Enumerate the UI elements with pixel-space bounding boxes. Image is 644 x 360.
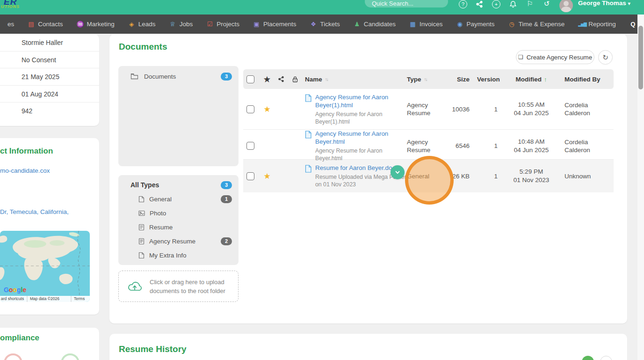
type-filter-photo[interactable]: Photo — [118, 206, 239, 220]
invoices-icon: ▦ — [409, 21, 416, 28]
column-header-name[interactable]: Name↑↓ — [302, 76, 407, 83]
table-row[interactable]: ★ Resume for Aaron Beyer.docx Resume Upl… — [243, 160, 614, 192]
notifications-bell-icon[interactable] — [509, 0, 517, 8]
documents-card: Documents ❏ Create Agency Resume ↻ Docum… — [109, 34, 627, 323]
add-icon[interactable]: + — [492, 0, 500, 8]
documents-heading: Documents — [119, 42, 167, 52]
nav-item-tickets[interactable]: ❖Tickets — [310, 21, 340, 28]
nav-item-companies-partial[interactable]: es — [0, 21, 14, 28]
document-size: 26 KB — [451, 173, 472, 180]
clock-icon: ◷ — [508, 21, 515, 28]
map-attribution: Map data ©2026 — [30, 296, 59, 301]
type-filter-agency-resume[interactable]: Agency Resume 2 — [118, 234, 239, 248]
upload-dropzone[interactable]: Click or drag here to upload documents t… — [118, 271, 239, 302]
compliance-card: ompliance — [0, 328, 99, 360]
document-size: 6546 — [451, 142, 472, 149]
favorite-star-icon[interactable]: ★ — [260, 171, 274, 181]
help-icon[interactable]: ? — [459, 0, 467, 8]
chevron-down-icon — [394, 169, 401, 176]
candidates-icon: ♟ — [354, 21, 361, 28]
page-icon — [138, 196, 145, 203]
contact-information-card: ct Information mo-candidate.cox Dr, Teme… — [0, 138, 99, 315]
documents-table: ★ Name↑↓ Type↑↓ Size Version Modified↑ M… — [243, 69, 614, 192]
app-header: ER UTIONS ? + ⚐ ↺ George Thomas▾ — [0, 0, 644, 15]
resume-doc-icon — [138, 238, 145, 245]
resume-history-refresh-button[interactable] — [600, 356, 612, 360]
column-header-version[interactable]: Version — [472, 76, 501, 83]
refresh-button[interactable]: ↻ — [598, 50, 613, 65]
nav-item-jobs[interactable]: ♕Jobs — [169, 21, 193, 28]
nav-item-reporting[interactable]: ▂▅▇Reporting — [578, 21, 616, 28]
type-filter-my-extra-info-2[interactable]: My Extra Info 2 — [118, 262, 239, 265]
type-filter-general[interactable]: General 1 — [118, 192, 239, 206]
summary-row: 01 Aug 2024 — [0, 86, 99, 103]
user-menu[interactable]: George Thomas▾ — [578, 0, 630, 7]
favorite-star-icon[interactable]: ★ — [260, 104, 274, 114]
lock-column-icon[interactable] — [288, 76, 302, 83]
file-icon — [305, 165, 311, 173]
leads-icon: ◈ — [128, 21, 135, 28]
row-actions-dropdown-button[interactable] — [391, 165, 405, 179]
document-size: 10036 — [451, 106, 472, 113]
create-agency-resume-button[interactable]: ❏ Create Agency Resume — [516, 50, 594, 64]
type-filter-resume[interactable]: Resume — [118, 220, 239, 234]
page-scrollbar[interactable] — [637, 15, 644, 360]
quick-search-input[interactable] — [365, 0, 448, 7]
share-icon[interactable] — [475, 0, 484, 8]
chevron-down-icon: ▾ — [628, 1, 630, 6]
file-icon — [305, 94, 311, 102]
document-link[interactable]: Agency Resume for Aaron Beyer.html — [315, 130, 407, 146]
scrollbar-thumb[interactable] — [638, 26, 643, 89]
select-all-checkbox[interactable] — [246, 75, 254, 83]
map-terms-link[interactable]: Terms — [74, 296, 85, 301]
page: ER UTIONS ? + ⚐ ↺ George Thomas▾ es ▤Con… — [0, 0, 644, 360]
nav-item-projects[interactable]: ☑Projects — [206, 21, 239, 28]
app-logo-subtext: UTIONS — [1, 4, 20, 9]
column-header-size[interactable]: Size — [451, 76, 472, 83]
projects-icon: ☑ — [206, 21, 213, 28]
tickets-icon: ❖ — [310, 21, 317, 28]
tree-item-documents[interactable]: Documents 3 — [118, 66, 239, 87]
column-header-modified[interactable]: Modified↑ — [501, 76, 561, 83]
contacts-icon: ▤ — [28, 21, 35, 28]
nav-item-time-expense[interactable]: ◷Time & Expense — [508, 21, 565, 28]
row-checkbox[interactable] — [246, 105, 254, 113]
count-badge: 3 — [221, 181, 232, 189]
cloud-upload-icon — [127, 280, 142, 293]
table-row[interactable]: Agency Resume for Aaron Beyer.html Agenc… — [243, 130, 614, 160]
resume-history-add-button[interactable] — [582, 356, 594, 360]
history-icon[interactable]: ↺ — [543, 0, 551, 8]
document-modified: 10:55 AM04 Jun 2025 — [501, 101, 561, 118]
nav-item-marketing[interactable]: ♒Marketing — [77, 21, 115, 28]
share-column-icon[interactable] — [274, 76, 288, 82]
type-filter-my-extra-info[interactable]: My Extra Info — [118, 248, 239, 262]
nav-item-invoices[interactable]: ▦Invoices — [409, 21, 443, 28]
table-row[interactable]: ★ Agency Resume for Aaron Beyer(1).html … — [243, 89, 614, 130]
types-filter-all[interactable]: All Types 3 — [118, 175, 239, 192]
table-header-row: ★ Name↑↓ Type↑↓ Size Version Modified↑ M… — [243, 69, 614, 89]
column-header-modified-by[interactable]: Modified By — [561, 76, 614, 83]
row-checkbox[interactable] — [246, 142, 254, 150]
nav-item-placements[interactable]: ▣Placements — [253, 21, 297, 28]
row-checkbox[interactable] — [246, 172, 254, 180]
document-modified-by: Cordelia Calderon — [561, 138, 614, 154]
contact-information-heading: ct Information — [0, 147, 53, 156]
document-modified-by: Cordelia Calderon — [561, 101, 614, 117]
map-keyboard-shortcuts[interactable]: ard shortcuts — [1, 296, 24, 301]
user-avatar[interactable] — [559, 0, 573, 12]
document-link[interactable]: Agency Resume for Aaron Beyer(1).html — [315, 93, 407, 109]
column-header-type[interactable]: Type↑↓ — [407, 76, 451, 83]
document-type: Agency Resume — [407, 138, 451, 154]
candidate-email-link[interactable]: mo-candidate.cox — [0, 167, 50, 174]
nav-item-candidates[interactable]: ♟Candidates — [354, 21, 396, 28]
location-map[interactable]: Google ard shortcuts Map data ©2026 Term… — [0, 231, 90, 302]
nav-item-leads[interactable]: ◈Leads — [128, 21, 156, 28]
nav-item-payments[interactable]: ◉Payments — [456, 21, 495, 28]
candidate-address-link[interactable]: Dr, Temecula, California, — [0, 208, 69, 215]
summary-row: 942 — [0, 103, 99, 120]
flag-icon[interactable]: ⚐ — [526, 0, 534, 8]
document-type: General — [407, 172, 451, 180]
nav-item-contacts[interactable]: ▤Contacts — [28, 21, 63, 28]
star-column-icon[interactable]: ★ — [260, 75, 274, 84]
document-modified: 10:48 AM04 Jun 2025 — [501, 138, 561, 154]
